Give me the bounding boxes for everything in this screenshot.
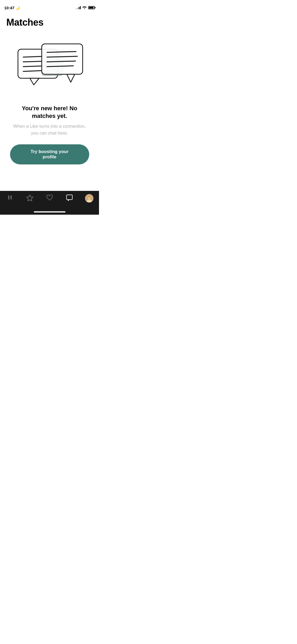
svg-rect-7: [42, 44, 83, 74]
message-icon: [66, 194, 73, 203]
time-display: 10:47: [4, 6, 14, 10]
svg-point-21: [90, 197, 91, 198]
tab-messages[interactable]: [59, 194, 79, 203]
page-title: Matches: [6, 17, 93, 28]
svg-rect-14: [67, 195, 72, 200]
status-time: 10:47 🌙: [4, 6, 20, 10]
status-icons: [76, 6, 95, 10]
star-icon: [26, 194, 34, 203]
battery-icon: [88, 6, 95, 9]
moon-icon: 🌙: [16, 6, 20, 10]
tab-likes[interactable]: [20, 194, 40, 203]
svg-point-20: [87, 197, 88, 198]
avatar: [85, 194, 93, 203]
home-indicator: [34, 211, 65, 213]
cta-container: Try boosting your profile: [6, 144, 93, 164]
main-content: Matches You're new here! No matches yet.: [0, 12, 99, 164]
wifi-icon: [82, 6, 87, 10]
tab-matches[interactable]: [40, 194, 59, 202]
svg-marker-1: [30, 78, 39, 85]
tab-profile[interactable]: [79, 194, 99, 203]
empty-state: You're new here! No matches yet. When a …: [6, 105, 93, 136]
heart-icon: [46, 194, 53, 202]
svg-marker-8: [67, 74, 75, 82]
status-bar: 10:47 🌙: [0, 0, 99, 12]
svg-marker-13: [27, 195, 33, 201]
boost-profile-button[interactable]: Try boosting your profile: [10, 144, 89, 164]
chat-bubbles-illustration: [15, 41, 84, 94]
hinge-home-icon: H: [8, 194, 12, 201]
illustration-container: [6, 39, 93, 97]
signal-icon: [76, 6, 81, 9]
empty-subtitle: When a Like turns into a connection, you…: [12, 123, 87, 136]
tab-home[interactable]: H: [0, 194, 20, 201]
empty-title: You're new here! No matches yet.: [12, 105, 87, 120]
